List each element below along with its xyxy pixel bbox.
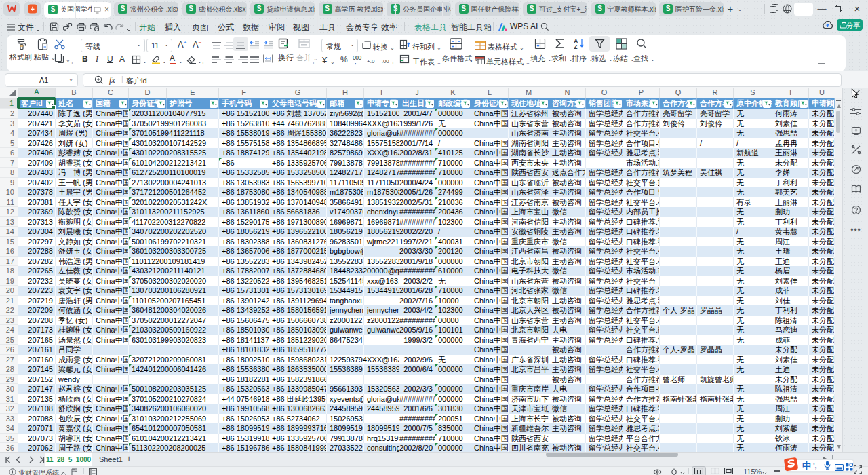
svg-text:-.00: -.00: [380, 58, 389, 64]
svg-text:+.0: +.0: [367, 58, 375, 64]
svg-text:Z: Z: [574, 43, 578, 49]
